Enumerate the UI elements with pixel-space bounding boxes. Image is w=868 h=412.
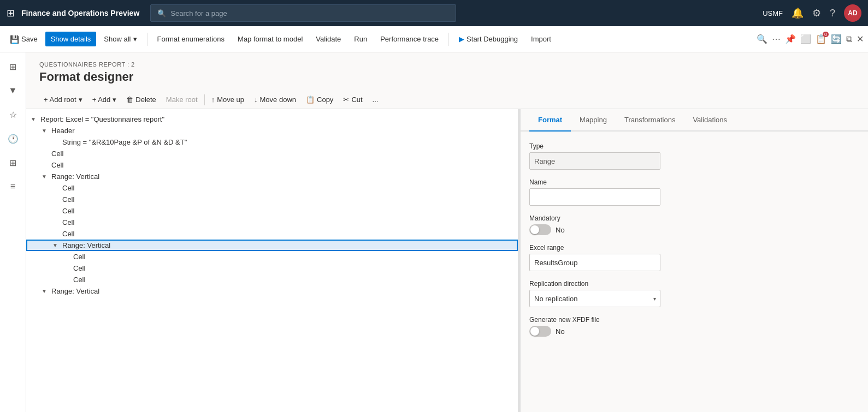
tree-item-label: Cell bbox=[73, 276, 85, 284]
tree-item-label: Cell bbox=[73, 264, 85, 272]
tree-row[interactable]: Cell bbox=[26, 274, 518, 285]
sidebar-icon-home[interactable]: ⊞ bbox=[3, 57, 23, 76]
chevron-down-icon: ▾ bbox=[133, 35, 137, 43]
tree-row[interactable]: Cell bbox=[26, 217, 518, 228]
show-details-button[interactable]: Show details bbox=[45, 32, 97, 46]
save-button[interactable]: 💾 Save bbox=[4, 32, 43, 47]
badge-icon[interactable]: 📋0 bbox=[816, 34, 826, 44]
generate-xfdf-toggle-row: No bbox=[529, 326, 859, 337]
tree-toggle[interactable]: ▼ bbox=[31, 116, 39, 122]
performance-trace-button[interactable]: Performance trace bbox=[375, 32, 444, 46]
cut-button[interactable]: ✂ Cut bbox=[339, 93, 367, 106]
move-up-button[interactable]: ↑ Move up bbox=[207, 93, 249, 106]
tree-item-label: Report: Excel = "Questionnaires report" bbox=[40, 115, 164, 123]
add-chevron: ▾ bbox=[113, 95, 116, 104]
sidebar-icon-clock[interactable]: 🕐 bbox=[3, 129, 23, 148]
bell-icon[interactable]: 🔔 bbox=[792, 7, 804, 19]
mandatory-toggle[interactable] bbox=[529, 224, 551, 235]
tab-validations[interactable]: Validations bbox=[684, 109, 736, 132]
copy-button[interactable]: 📋 Copy bbox=[302, 93, 338, 106]
tree-row[interactable]: Cell bbox=[26, 228, 518, 240]
excel-range-label: Excel range bbox=[529, 244, 859, 252]
tree-row[interactable]: ▼Header bbox=[26, 125, 518, 136]
move-up-icon: ↑ bbox=[211, 95, 215, 104]
type-field: Type bbox=[529, 142, 859, 170]
tree-row[interactable]: Cell bbox=[26, 251, 518, 262]
close-icon[interactable]: ✕ bbox=[857, 34, 864, 44]
tree-row[interactable]: Cell bbox=[26, 205, 518, 217]
search-box[interactable]: 🔍 Search for a page bbox=[150, 4, 456, 22]
excel-range-input[interactable] bbox=[529, 254, 660, 271]
generate-xfdf-toggle[interactable] bbox=[529, 326, 551, 337]
import-button[interactable]: Import bbox=[525, 32, 557, 46]
new-window-icon[interactable]: ⧉ bbox=[846, 34, 852, 44]
tree-row[interactable]: Cell bbox=[26, 194, 518, 205]
generate-xfdf-field: Generate new XFDF file No bbox=[529, 316, 859, 337]
excel-range-field: Excel range bbox=[529, 244, 859, 271]
tree-item-label: Cell bbox=[62, 195, 74, 204]
tree-toggle[interactable]: ▼ bbox=[42, 174, 50, 180]
tree-row[interactable]: Cell bbox=[26, 159, 518, 171]
tree-row[interactable]: Cell bbox=[26, 148, 518, 159]
tab-mapping[interactable]: Mapping bbox=[571, 109, 616, 132]
properties-body: Type Name Mandatory bbox=[521, 132, 868, 348]
move-down-icon: ↓ bbox=[254, 95, 258, 104]
expand-icon[interactable]: ⬜ bbox=[800, 34, 811, 44]
page-header: QUESTIONNAIRES REPORT : 2 Format designe… bbox=[26, 52, 868, 91]
main-layout: ⊞ ▼ ☆ 🕐 ⊞ ≡ QUESTIONNAIRES REPORT : 2 Fo… bbox=[0, 52, 868, 412]
refresh-icon[interactable]: 🔄 bbox=[831, 34, 842, 44]
type-input bbox=[529, 152, 660, 170]
add-root-button[interactable]: + Add root ▾ bbox=[39, 93, 87, 106]
tree-row[interactable]: ▼Report: Excel = "Questionnaires report" bbox=[26, 114, 518, 125]
make-root-button[interactable]: Make root bbox=[162, 93, 202, 106]
more-button[interactable]: ... bbox=[368, 93, 383, 106]
tree-toggle[interactable]: ▼ bbox=[42, 288, 50, 294]
sidebar-icon-filter[interactable]: ▼ bbox=[3, 81, 23, 100]
debug-icon: ▶ bbox=[459, 35, 464, 43]
mandatory-toggle-row: No bbox=[529, 224, 859, 235]
tree-row[interactable]: ▼Range: Vertical bbox=[26, 240, 518, 251]
tree-row[interactable]: Cell bbox=[26, 182, 518, 194]
generate-xfdf-toggle-label: No bbox=[556, 327, 565, 336]
map-format-to-model-button[interactable]: Map format to model bbox=[232, 32, 308, 46]
name-input[interactable] bbox=[529, 188, 660, 206]
app-title: Finance and Operations Preview bbox=[21, 9, 139, 17]
format-toolbar: + Add root ▾ + Add ▾ 🗑 Delete Make root … bbox=[26, 91, 868, 109]
move-down-button[interactable]: ↓ Move down bbox=[250, 93, 300, 106]
tree-toggle[interactable]: ▼ bbox=[42, 128, 50, 134]
tab-format[interactable]: Format bbox=[529, 109, 571, 132]
sidebar-icon-grid[interactable]: ⊞ bbox=[3, 153, 23, 172]
search-cmd-icon[interactable]: 🔍 bbox=[757, 34, 767, 44]
tree-panel[interactable]: ▼Report: Excel = "Questionnaires report"… bbox=[26, 109, 518, 412]
settings-icon[interactable]: ⚙ bbox=[812, 7, 821, 19]
page-title: Format designer bbox=[39, 70, 855, 84]
tree-row[interactable]: ▼Range: Vertical bbox=[26, 285, 518, 297]
delete-button[interactable]: 🗑 Delete bbox=[122, 93, 161, 106]
mandatory-toggle-label: No bbox=[556, 226, 565, 234]
validate-button[interactable]: Validate bbox=[310, 32, 346, 46]
add-button[interactable]: + Add ▾ bbox=[88, 93, 121, 106]
run-button[interactable]: Run bbox=[349, 32, 373, 46]
tree-row[interactable]: Cell bbox=[26, 262, 518, 274]
tree-toggle[interactable]: ▼ bbox=[52, 242, 61, 248]
tree-row[interactable]: ▼Range: Vertical bbox=[26, 171, 518, 182]
more-icon[interactable]: ⋯ bbox=[772, 34, 781, 44]
user-label: USMF bbox=[763, 9, 783, 17]
search-icon: 🔍 bbox=[157, 9, 166, 17]
tree-row[interactable]: String = "&R&10Page &P of &N &D &T" bbox=[26, 136, 518, 148]
start-debugging-button[interactable]: ▶ Start Debugging bbox=[453, 32, 523, 46]
format-enumerations-button[interactable]: Format enumerations bbox=[152, 32, 231, 46]
avatar[interactable]: AD bbox=[844, 4, 861, 22]
sidebar-icon-star[interactable]: ☆ bbox=[3, 105, 23, 124]
show-all-button[interactable]: Show all ▾ bbox=[98, 32, 142, 46]
tree-item-label: Range: Vertical bbox=[51, 172, 99, 181]
pin-icon[interactable]: 📌 bbox=[785, 34, 796, 44]
tab-transformations[interactable]: Transformations bbox=[616, 109, 684, 132]
tree-item-label: Cell bbox=[51, 150, 63, 158]
top-navigation: ⊞ Finance and Operations Preview 🔍 Searc… bbox=[0, 0, 868, 26]
tree-item-label: Cell bbox=[62, 184, 74, 192]
sidebar-icon-list[interactable]: ≡ bbox=[3, 177, 23, 196]
help-icon[interactable]: ? bbox=[830, 8, 835, 19]
grid-icon[interactable]: ⊞ bbox=[7, 7, 15, 19]
replication-direction-select[interactable]: No replication Vertical Horizontal bbox=[529, 290, 660, 307]
